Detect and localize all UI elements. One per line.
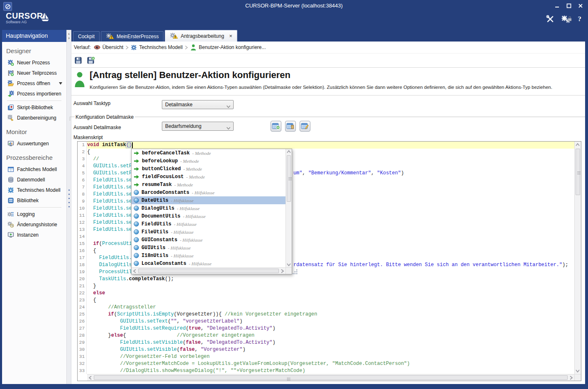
- tab-meinersterprozess[interactable]: MeinErsterProzess: [101, 31, 163, 42]
- completion-name: GUIConstants: [142, 237, 177, 243]
- save-button[interactable]: [73, 56, 83, 65]
- autocomplete-item-buttonclicked[interactable]: buttonClicked - Methode: [132, 165, 285, 173]
- editor-hscrollbar[interactable]: [87, 374, 574, 381]
- eye-icon: [94, 44, 100, 51]
- administration-button[interactable]: [561, 15, 572, 23]
- sidebar-item-skript-bibliothek[interactable]: Skript-Bibliothek: [2, 102, 66, 113]
- sidebar-item-label: Neuer Prozess: [17, 60, 50, 66]
- header-divider: [71, 95, 585, 95]
- editor-vscrollbar[interactable]: [574, 142, 581, 374]
- tab-antragsbearbeitung[interactable]: Antragsbearbeitung×: [165, 30, 237, 42]
- autocomplete-item-dialogutils[interactable]: DialogUtils - Hilfsklasse: [132, 204, 285, 212]
- autocomplete-item-beforelookup[interactable]: beforeLookup - Methode: [132, 157, 285, 165]
- popup-hscrollbar[interactable]: [132, 267, 285, 274]
- sidebar-item-logging[interactable]: Logging: [2, 209, 66, 219]
- sidebar-item-label: Technisches Modell: [17, 187, 61, 193]
- autocomplete-item-fieldfocuslost[interactable]: fieldFocusLost - Methode: [132, 173, 285, 181]
- sidebar-item-datenmodell[interactable]: Datenmodell: [2, 174, 66, 185]
- completion-name: BarcodeConstants: [142, 190, 189, 196]
- business-model-icon: [7, 166, 14, 173]
- sidebar-splitter[interactable]: ‹›: [66, 30, 71, 384]
- method-icon: [134, 151, 139, 156]
- detailmaske-dropdown[interactable]: Bedarfsmeldung: [162, 122, 234, 131]
- sidebar-item-technisches-modell[interactable]: Technisches Modell: [2, 185, 66, 195]
- sidebar-item-fachliches-modell[interactable]: Fachliches Modell: [2, 164, 66, 174]
- maximize-button[interactable]: [566, 3, 571, 8]
- technical-model-icon: [7, 187, 14, 193]
- code-line-25: if(ScriptUtils.isEmpty(Vorgesetzter)){ /…: [87, 311, 574, 318]
- sidebar-item-auswertungen[interactable]: Auswertungen: [2, 138, 66, 149]
- autocomplete-item-fieldutils[interactable]: FieldUtils - Hilfsklasse: [132, 220, 285, 228]
- save-as-button[interactable]: [86, 56, 95, 65]
- sidebar-item-label: Auswertungen: [17, 141, 49, 147]
- completion-type: - Hilfsklasse: [174, 222, 197, 227]
- minimize-button[interactable]: [555, 3, 560, 8]
- window-title: CURSOR-BPM-Server (localhost:38443): [0, 2, 588, 9]
- completion-type: - Hilfsklasse: [189, 261, 212, 266]
- process-warning-icon: [170, 33, 178, 39]
- section-header-designer: Designer: [2, 42, 66, 57]
- autocomplete-item-barcodeconstants[interactable]: BarcodeConstants - Hilfsklasse: [132, 188, 285, 196]
- autocomplete-item-fileutils[interactable]: FileUtils - Hilfsklasse: [132, 228, 285, 236]
- class-icon: [134, 206, 139, 211]
- completion-type: - Hilfsklasse: [168, 245, 191, 250]
- autocomplete-item-resumetask[interactable]: resumeTask - Methode: [132, 181, 285, 188]
- tools-button[interactable]: [546, 15, 555, 23]
- process-open-icon: [7, 80, 14, 87]
- sidebar-item-bibliothek[interactable]: Bibliothek: [2, 195, 66, 206]
- add-detailmaske-button[interactable]: [271, 121, 281, 132]
- help-button[interactable]: ?: [578, 15, 582, 23]
- code-line-29: FieldUtils.setVisible(false, "DelegatedT…: [87, 339, 574, 346]
- dropdown-caret-icon[interactable]: [59, 82, 62, 85]
- class-icon: [134, 190, 139, 195]
- scroll-left-icon: [132, 268, 138, 274]
- popup-vscrollbar[interactable]: [285, 149, 292, 267]
- chevron-down-icon: [226, 104, 231, 110]
- sidebar-item-datenbereinigung[interactable]: Datenbereinigung: [2, 113, 66, 123]
- chevron-down-icon: [226, 125, 231, 131]
- tab-cockpit[interactable]: Cockpit: [73, 31, 100, 42]
- sidebar-item-neuer-teilprozess[interactable]: Neuer Teilprozess: [2, 68, 66, 78]
- breadcrumb-item-2[interactable]: Technisches Modell: [131, 44, 183, 51]
- autocomplete-item-beforecanceltask[interactable]: beforeCancelTask - Methode: [132, 149, 285, 157]
- close-button[interactable]: [578, 3, 583, 8]
- method-icon: [134, 159, 139, 164]
- autocomplete-item-guiutils[interactable]: GUIUtils - Hilfsklasse: [132, 244, 285, 252]
- tab-close-icon[interactable]: ×: [229, 34, 232, 38]
- sidebar-item-label: Prozess öffnen: [17, 81, 50, 86]
- copy-detailmaske-button[interactable]: [285, 121, 296, 132]
- method-icon: [134, 166, 139, 171]
- sidebar-item-label: Datenbereinigung: [17, 115, 56, 121]
- completion-name: DateUtils: [142, 198, 168, 203]
- autocomplete-item-localeconstants[interactable]: LocaleConstants - Hilfsklasse: [132, 259, 285, 267]
- sidebar-item-prozess-importieren[interactable]: Prozess importieren: [2, 88, 66, 99]
- autocomplete-item-guiconstants[interactable]: GUIConstants - Hilfsklasse: [132, 236, 285, 244]
- sidebar-item-änderungshistorie[interactable]: Änderungshistorie: [2, 219, 66, 230]
- edit-detailmaske-button[interactable]: [300, 121, 310, 132]
- collapse-arrows-icon[interactable]: ‹›: [67, 32, 71, 40]
- tasktyp-dropdown[interactable]: Detailmaske: [162, 100, 234, 109]
- popup-resize-grip-icon[interactable]: [293, 269, 298, 276]
- autocomplete-item-documentutils[interactable]: DocumentUtils - Hilfsklasse: [132, 212, 285, 220]
- breadcrumb: Verlauf: ÜbersichtTechnisches ModellBenu…: [71, 42, 585, 53]
- data-cleanup-icon: [7, 115, 14, 121]
- sidebar-item-label: Logging: [17, 211, 35, 217]
- autocomplete-item-dateutils[interactable]: DateUtils - Hilfsklasse: [132, 196, 285, 204]
- text-cursor: [132, 142, 133, 148]
- process-warning-icon: [106, 33, 114, 40]
- class-icon: [134, 261, 139, 266]
- subprocess-new-icon: [7, 70, 14, 76]
- sidebar-item-prozess-öffnen[interactable]: Prozess öffnen: [2, 78, 66, 88]
- breadcrumb-item-3[interactable]: Benutzer-Aktion konfiguriere...: [190, 44, 266, 51]
- autocomplete-item-i18nutils[interactable]: I18nUtils - Hilfsklasse: [132, 252, 285, 259]
- sidebar-item-neuer-prozess[interactable]: Neuer Prozess: [2, 57, 66, 68]
- main-area: CockpitMeinErsterProzessAntragsbearbeitu…: [71, 30, 585, 384]
- completion-type: - Hilfsklasse: [171, 253, 194, 258]
- maskenskript-label: Maskenskript: [73, 135, 103, 140]
- completion-name: I18nUtils: [142, 253, 168, 259]
- breadcrumb-item-1[interactable]: Übersicht: [94, 44, 124, 51]
- code-line-22: else: [87, 290, 574, 297]
- scroll-right-icon: [568, 375, 574, 381]
- sidebar-item-instanzen[interactable]: Instanzen: [2, 230, 66, 240]
- autocomplete-list: beforeCancelTask - MethodebeforeLookup -…: [132, 149, 285, 267]
